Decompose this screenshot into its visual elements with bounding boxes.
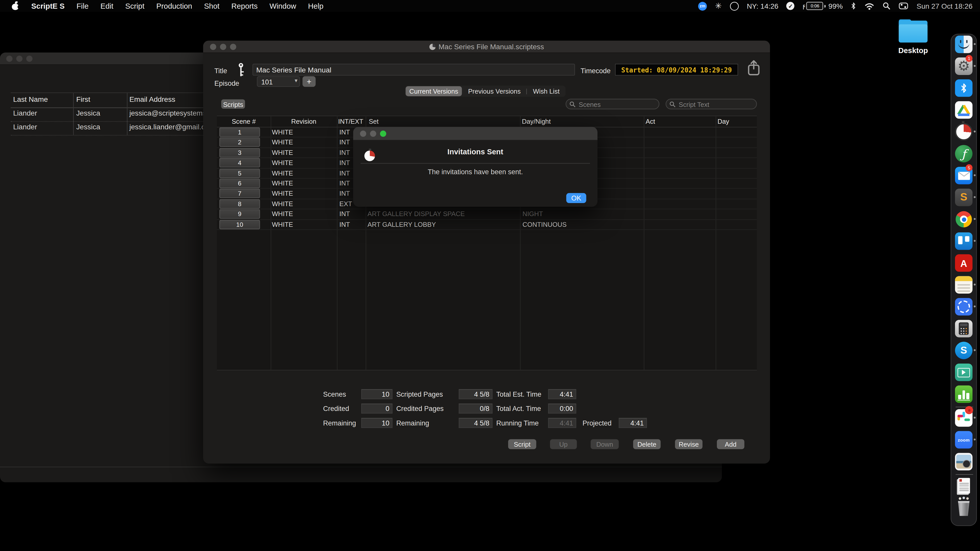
dock-mail[interactable]: 5 (955, 166, 973, 185)
app-menu-title[interactable]: ScriptE S (31, 2, 65, 10)
delete-button[interactable]: Delete (633, 439, 661, 449)
dock-skype[interactable]: S (955, 341, 973, 360)
dock-google-drive[interactable] (955, 100, 973, 119)
scripte-main-window[interactable]: Mac Series File Manual.scriptess Title T… (203, 41, 770, 464)
version-tabs: Current Versions Previous Versions Wish … (405, 86, 566, 97)
search-icon (570, 101, 576, 107)
dock-scripte-stopwatch[interactable] (955, 122, 973, 141)
tab-wish-list[interactable]: Wish List (527, 86, 566, 96)
dock-signal[interactable] (955, 297, 973, 316)
notification-badge (965, 406, 973, 414)
menu-shot[interactable]: Shot (204, 2, 219, 10)
skype-icon: S (955, 342, 973, 359)
menu-production[interactable]: Production (156, 2, 192, 10)
dock-documents-stack[interactable] (955, 476, 973, 495)
credited-pages-value: 0/8 (459, 403, 493, 413)
document-icon (955, 477, 973, 494)
scenes-search-field[interactable] (566, 99, 659, 110)
dock-chrome[interactable] (955, 210, 973, 229)
scene-row-10[interactable]: 10 WHITEINT ART GALLERY LOBBYCONTINUOUS (217, 219, 757, 230)
remaining-scenes-value: 10 (361, 418, 393, 428)
scenes-search-input[interactable] (578, 100, 649, 108)
dock-system-settings[interactable]: ⚙ 1 (955, 57, 973, 76)
script-text-search-field[interactable] (666, 99, 757, 110)
col-act[interactable]: Act (646, 118, 655, 125)
dock-finder[interactable] (955, 35, 973, 54)
minimize-button[interactable] (220, 44, 226, 50)
dock-trash[interactable] (955, 498, 973, 516)
dock-slack[interactable] (955, 409, 973, 427)
zoom-button[interactable] (26, 56, 32, 62)
dock-acrobat[interactable]: A (955, 254, 973, 272)
wifi-icon[interactable] (865, 2, 875, 10)
running-indicator (974, 306, 976, 307)
col-int-ext[interactable]: INT/EXT (338, 118, 363, 125)
folder-icon[interactable] (898, 19, 928, 44)
dialog-titlebar[interactable] (353, 127, 598, 140)
script-text-search-input[interactable] (678, 100, 749, 108)
add-button[interactable]: Add (717, 439, 745, 449)
col-first[interactable]: First (76, 96, 90, 103)
script-button[interactable]: Script (508, 439, 536, 449)
close-button[interactable] (210, 44, 216, 50)
ok-button[interactable]: OK (566, 193, 586, 203)
minimize-button[interactable] (370, 130, 376, 137)
spotlight-search-icon[interactable] (883, 2, 891, 10)
dock-screenplay-player[interactable] (955, 363, 973, 382)
col-revision[interactable]: Revision (270, 118, 337, 125)
zoom-button[interactable] (380, 130, 386, 137)
timecode-display[interactable]: Started: 08/09/2024 18:29:29 (615, 64, 738, 76)
col-email[interactable]: Email Address (129, 96, 175, 103)
menu-file[interactable]: File (76, 2, 89, 10)
menu-reports[interactable]: Reports (231, 2, 258, 10)
col-scene-num[interactable]: Scene # (217, 118, 271, 125)
dock-scripte-systems[interactable]: ƒ (955, 144, 973, 163)
desktop-folder-icon[interactable]: Desktop (897, 19, 929, 62)
close-button[interactable] (6, 56, 12, 62)
revise-button[interactable]: Revise (675, 439, 703, 449)
world-clock[interactable]: NY: 14:26 (747, 2, 778, 10)
apple-menu-icon[interactable] (11, 1, 19, 11)
dock-trello[interactable] (955, 232, 973, 251)
col-last-name[interactable]: Last Name (13, 96, 48, 103)
dock-preview[interactable] (955, 452, 973, 471)
menu-script[interactable]: Script (125, 2, 145, 10)
scripts-button[interactable]: Scripts (221, 99, 245, 109)
dock-dark-s-app[interactable]: S (955, 188, 973, 206)
tab-current-versions[interactable]: Current Versions (406, 86, 462, 96)
menubar-clock[interactable]: Sun 27 Oct 18:26 (916, 2, 972, 10)
credited-pages-label: Credited Pages (396, 405, 444, 412)
window-title: Mac Series File Manual.scriptess (438, 43, 544, 50)
snowflake-icon[interactable]: ✳ (715, 1, 722, 11)
menu-edit[interactable]: Edit (100, 2, 114, 10)
share-icon[interactable] (746, 59, 761, 77)
main-window-titlebar[interactable]: Mac Series File Manual.scriptess (203, 41, 770, 53)
dock-notes[interactable] (955, 275, 973, 294)
battery-indicator[interactable]: ϝ 0:06 99% (803, 2, 843, 10)
zoom-menubar-icon[interactable]: zm (698, 2, 707, 10)
dock-zoom[interactable]: zoom (955, 430, 973, 449)
add-episode-button[interactable]: + (302, 76, 315, 87)
up-button[interactable]: Up (550, 439, 577, 449)
dock-bluetooth-app[interactable] (955, 79, 973, 97)
col-day[interactable]: Day (718, 118, 729, 125)
minimize-button[interactable] (16, 56, 22, 62)
dock-numbers[interactable] (955, 385, 973, 403)
control-center-icon[interactable] (899, 3, 908, 10)
menu-window[interactable]: Window (269, 2, 296, 10)
title-input[interactable] (252, 64, 575, 76)
notes-icon (955, 276, 973, 294)
col-day-night[interactable]: Day/Night (522, 118, 551, 125)
dock-calculator[interactable] (955, 319, 973, 338)
tab-previous-versions[interactable]: Previous Versions (463, 86, 526, 96)
circle-status-icon[interactable] (730, 2, 738, 10)
check-circle-icon[interactable]: ✓ (787, 2, 795, 10)
episode-select[interactable]: 101 ▾ (257, 76, 300, 87)
zoom-button[interactable] (230, 44, 236, 50)
close-button[interactable] (360, 130, 366, 137)
col-set[interactable]: Set (369, 118, 379, 125)
down-button[interactable]: Down (590, 439, 619, 449)
scene-row-9[interactable]: 9 WHITEINT ART GALLERY DISPLAY SPACENIGH… (217, 209, 757, 220)
menu-help[interactable]: Help (308, 2, 323, 10)
bluetooth-icon[interactable] (851, 2, 856, 10)
